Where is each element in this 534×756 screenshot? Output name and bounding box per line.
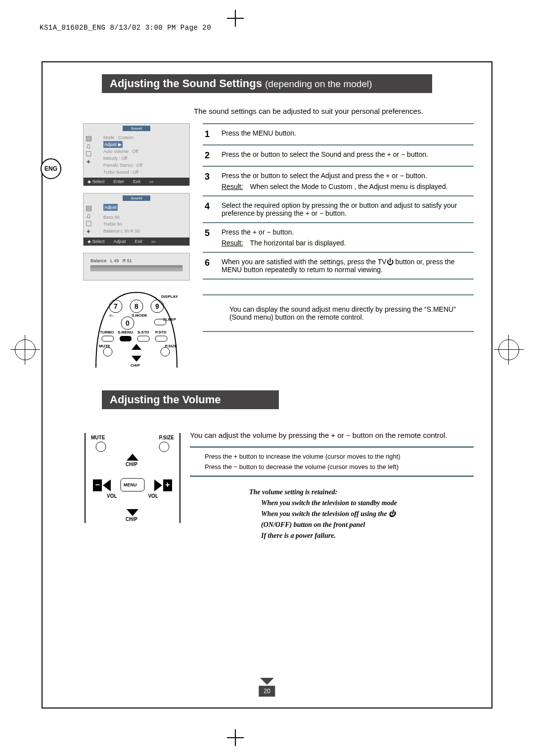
svg-text:7: 7: [114, 302, 118, 310]
crop-mark-top: [227, 10, 244, 27]
svg-text:−: −: [95, 480, 99, 489]
svg-marker-22: [127, 509, 138, 516]
balance-slider: [90, 265, 182, 271]
crop-mark-bottom: [227, 729, 244, 746]
intro-text: The sound settings can be adjusted to su…: [194, 107, 474, 115]
svg-text:0: 0: [126, 319, 130, 327]
osd-sound-main: Sound ▤ ♫ ☐ ✦ Mode : Custom Adjust ▶ Aut…: [83, 123, 190, 186]
steps-column: 1Press the MENU button. 2Press the or bu…: [203, 123, 474, 368]
page-frame: ENG Adjusting the Sound Settings (depend…: [42, 61, 492, 709]
osd-balance-bar: Balance L 49 R 51: [83, 253, 190, 281]
title-bold: Adjusting the Sound Settings: [110, 77, 262, 90]
svg-text:+: +: [165, 480, 170, 489]
svg-marker-23: [103, 479, 111, 491]
svg-text:8: 8: [134, 302, 138, 310]
volume-bullets: Press the + button to increase the volum…: [190, 446, 474, 477]
svg-text:9: 9: [155, 302, 159, 310]
svg-rect-11: [137, 336, 149, 341]
left-column: Sound ▤ ♫ ☐ ✦ Mode : Custom Adjust ▶ Aut…: [62, 123, 194, 368]
osd-icons: ▤ ♫ ☐ ✦: [84, 132, 100, 178]
svg-point-19: [96, 442, 106, 452]
page-number: 20: [259, 686, 275, 697]
instruction-list: 1Press the MENU button. 2Press the or bu…: [203, 123, 474, 280]
svg-marker-21: [127, 454, 138, 461]
osd-sound-adjust: Sound ▤ ♫ ☐ ✦ Adjust Bass 50 Treble 50 B…: [83, 193, 190, 246]
section-title-volume: Adjusting the Volume: [102, 390, 279, 409]
remote-diagram-1: 7 8 9 0 DISPLAY: [92, 288, 181, 368]
register-mark-right: [498, 339, 519, 360]
title-suffix: (depending on the model): [265, 79, 372, 90]
svg-point-13: [103, 347, 112, 356]
retained-note: The volume setting is retained: When you…: [249, 487, 474, 541]
svg-marker-24: [154, 479, 162, 491]
language-badge: ENG: [41, 158, 61, 179]
svg-rect-9: [102, 336, 114, 341]
remote-diagram-2: − + MUTE P.SIZE CH/P MENU VOL VOL CH/P: [83, 431, 182, 525]
osd-menu: Mode : Custom Adjust ▶ Auto Volume : Off…: [100, 132, 189, 178]
page-pointer-icon: [260, 678, 274, 685]
svg-marker-16: [132, 356, 141, 362]
print-header: KS1A_01602B_ENG 8/13/02 3:00 PM Page 20: [0, 0, 534, 32]
volume-intro: You can adjust the volume by pressing th…: [190, 431, 474, 439]
section-title-sound: Adjusting the Sound Settings (depending …: [102, 74, 432, 93]
register-mark-left: [15, 339, 36, 360]
svg-point-14: [161, 347, 170, 356]
svg-rect-12: [155, 336, 167, 341]
note-box: You can display the sound adjust menu di…: [203, 294, 474, 332]
svg-point-20: [159, 442, 169, 452]
svg-marker-15: [132, 344, 141, 350]
svg-rect-10: [120, 336, 132, 341]
